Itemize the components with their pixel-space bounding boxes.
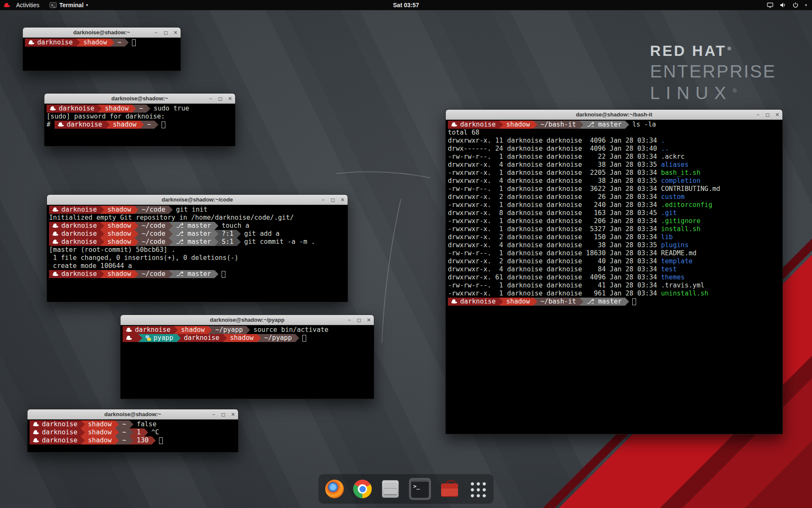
- terminal-text-host: shadow: [104, 238, 134, 246]
- powerline-separator: [146, 105, 150, 113]
- brand-line-redhat: RED HAT®: [650, 42, 776, 59]
- powerline-separator: [533, 298, 537, 306]
- terminal-window-sudo[interactable]: darknoise@shadow:~ − ◻ ✕ darknoiseshadow…: [44, 93, 236, 146]
- hat-icon: [52, 240, 58, 245]
- terminal-line: -rwxrwxr-x. 1 darknoise darknoise 2205 J…: [448, 169, 780, 177]
- titlebar[interactable]: darknoise@shadow:~ − ◻ ✕: [23, 28, 181, 38]
- titlebar[interactable]: darknoise@shadow:~/pyapp − ◻ ✕: [121, 315, 374, 325]
- terminal-content[interactable]: darknoiseshadow~sudo true[sudo] password…: [44, 104, 235, 146]
- terminal-text-user: darknoise: [448, 298, 499, 306]
- terminal-text-exec: .gitignore: [661, 217, 700, 225]
- close-button[interactable]: ✕: [173, 30, 178, 35]
- close-button[interactable]: ✕: [366, 318, 372, 323]
- maximize-button[interactable]: ◻: [330, 197, 336, 202]
- powerline-separator: [533, 121, 537, 129]
- terminal-line: darknoiseshadow~/code⎇ master: [49, 270, 346, 278]
- terminal-content[interactable]: darknoiseshadow~falsedarknoiseshadow~1^C…: [27, 420, 238, 452]
- terminal-text-plain: .ackrc: [661, 153, 685, 161]
- dock: >_: [318, 474, 494, 504]
- terminal-text-plain: .travis.yml: [661, 282, 705, 290]
- app-menu[interactable]: >_ Terminal ▾: [49, 2, 88, 8]
- hat-icon: [50, 106, 56, 111]
- terminal-content[interactable]: darknoiseshadow~/pyappsource bin/activat…: [121, 325, 374, 399]
- minimize-button[interactable]: −: [153, 30, 159, 35]
- terminal-line: 1 file changed, 0 insertions(+), 0 delet…: [49, 254, 346, 262]
- system-menu[interactable]: ▾: [767, 2, 812, 8]
- dock-item-firefox[interactable]: [325, 480, 344, 498]
- window-title: darknoise@shadow:~: [73, 29, 130, 36]
- terminal-text-git: ⎇ master: [173, 222, 214, 230]
- terminal-line: -rw-rw-r--. 1 darknoise darknoise 18630 …: [448, 249, 780, 257]
- terminal-text-path: ~/code: [138, 222, 169, 230]
- terminal-window-home-1[interactable]: darknoise@shadow:~ − ◻ ✕ darknoiseshadow…: [22, 27, 181, 71]
- powerline-separator: [499, 298, 503, 306]
- minimize-button[interactable]: −: [320, 197, 326, 202]
- maximize-button[interactable]: ◻: [356, 318, 362, 323]
- minimize-button[interactable]: −: [211, 412, 217, 417]
- dock-item-software[interactable]: [440, 480, 459, 498]
- terminal-line: darknoiseshadow~/code⎇ master?:1git add …: [49, 230, 346, 238]
- maximize-button[interactable]: ◻: [220, 412, 226, 417]
- powerline-separator: [81, 436, 85, 444]
- terminal-line: drwxrwxr-x. 8 darknoise darknoise 163 Ja…: [448, 209, 780, 217]
- terminal-content[interactable]: darknoiseshadow~/codegit initInitialized…: [47, 205, 348, 302]
- terminal-text-cmd: sudo true: [154, 105, 189, 113]
- maximize-button[interactable]: ◻: [765, 112, 771, 117]
- terminal-text-user: darknoise: [49, 222, 100, 230]
- terminal-text-host: shadow: [104, 206, 134, 214]
- minimize-button[interactable]: −: [208, 96, 214, 101]
- maximize-button[interactable]: ◻: [217, 96, 223, 101]
- close-button[interactable]: ✕: [230, 412, 236, 417]
- maximize-button[interactable]: ◻: [163, 30, 169, 35]
- terminal-line: -rw-rw-r--. 1 darknoise darknoise 22 Jan…: [448, 153, 780, 161]
- titlebar[interactable]: darknoise@shadow:~ − ◻ ✕: [44, 94, 235, 104]
- terminal-text-git: ⎇ master: [173, 230, 214, 238]
- close-button[interactable]: ✕: [340, 197, 346, 202]
- terminal-window-home-2[interactable]: darknoise@shadow:~ − ◻ ✕ darknoiseshadow…: [27, 409, 239, 453]
- chrome-icon: [353, 480, 372, 498]
- terminal-text-plain: Initialized empty Git repository in /hom…: [49, 214, 294, 222]
- powerline-separator: [214, 230, 218, 238]
- close-button[interactable]: ✕: [227, 96, 233, 101]
- powerline-separator: [140, 121, 144, 129]
- terminal-text-path: ~/code: [138, 230, 169, 238]
- powerline-separator: [115, 436, 119, 444]
- hat-icon: [52, 207, 58, 213]
- powerline-separator: [237, 230, 241, 238]
- powerline-separator: [115, 420, 119, 428]
- terminal-text-dir: test: [661, 265, 677, 273]
- terminal-line: darknoiseshadow~/bash-it⎇ masterls -la: [448, 121, 780, 129]
- powerline-separator: [98, 105, 102, 113]
- terminal-text-plain: drwxrwxr-x. 4 darknoise darknoise 84 Jan…: [448, 265, 661, 273]
- terminal-window-code[interactable]: darknoise@shadow:~/code − ◻ ✕ darknoises…: [47, 194, 348, 302]
- terminal-window-pyapp[interactable]: darknoise@shadow:~/pyapp − ◻ ✕ darknoise…: [120, 315, 374, 399]
- terminal-text-plain: drwxrwxr-x. 4 darknoise darknoise 38 Jan…: [448, 177, 661, 185]
- titlebar[interactable]: darknoise@shadow:~/code − ◻ ✕: [47, 195, 348, 205]
- powerline-separator: [100, 206, 104, 214]
- powerline-separator: [115, 428, 119, 436]
- chevron-down-icon: ▾: [86, 3, 88, 7]
- terminal-text-gitstat: S:1: [218, 238, 237, 246]
- terminal-content[interactable]: darknoiseshadow~/bash-it⎇ masterls -lato…: [446, 120, 782, 434]
- dock-item-app-grid[interactable]: [468, 480, 487, 498]
- dock-item-chrome[interactable]: [353, 480, 372, 498]
- terminal-text-dir: aliases: [661, 161, 689, 169]
- terminal-text-host: shadow: [102, 105, 132, 113]
- terminal-content[interactable]: darknoiseshadow~: [23, 38, 181, 71]
- activities-button[interactable]: Activities: [13, 2, 43, 8]
- dock-item-terminal[interactable]: >_: [409, 478, 431, 500]
- clock[interactable]: Sat 03:57: [393, 2, 419, 8]
- firefox-icon: [325, 480, 344, 498]
- dock-item-files[interactable]: [381, 480, 400, 498]
- terminal-line: darknoiseshadow~/pyappsource bin/activat…: [123, 326, 372, 334]
- close-button[interactable]: ✕: [774, 112, 780, 117]
- terminal-window-bash-it[interactable]: darknoise@shadow:~/bash-it − ◻ ✕ darknoi…: [445, 109, 783, 434]
- titlebar[interactable]: darknoise@shadow:~ − ◻ ✕: [27, 409, 238, 420]
- titlebar[interactable]: darknoise@shadow:~/bash-it − ◻ ✕: [446, 110, 782, 120]
- terminal-text-exit: 1: [133, 428, 144, 436]
- minimize-button[interactable]: −: [755, 112, 761, 117]
- minimize-button[interactable]: −: [346, 318, 352, 323]
- terminal-text-exit: 130: [133, 436, 152, 444]
- terminal-text-host: shadow: [85, 428, 115, 436]
- terminal-text-plain: drwxrwxr-x. 8 darknoise darknoise 163 Ja…: [448, 209, 661, 217]
